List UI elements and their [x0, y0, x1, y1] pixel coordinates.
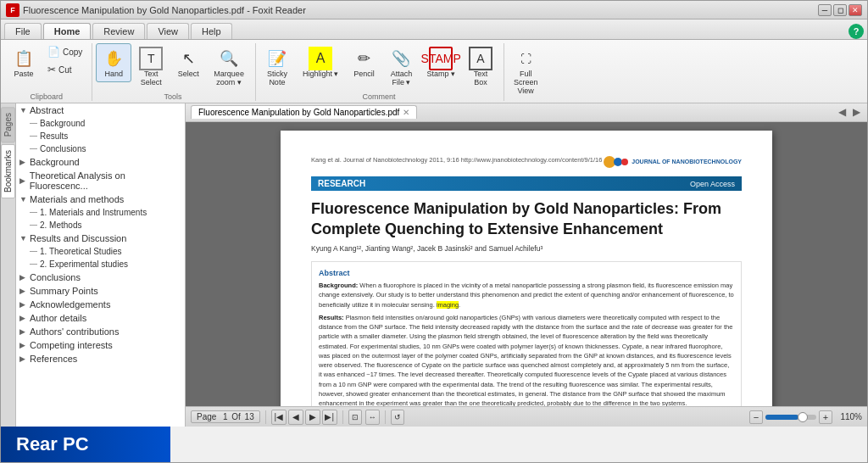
expand-icon-ts: — — [30, 247, 38, 255]
bookmark-results[interactable]: ▼Results and Discussion — [16, 232, 185, 245]
tab-view[interactable]: View — [147, 23, 189, 39]
stamp-button[interactable]: STAMP Stamp ▾ — [420, 43, 461, 82]
tab-home[interactable]: Home — [43, 23, 92, 39]
full-screen-button[interactable]: ⛶ FullScreenView — [508, 43, 544, 99]
last-page-button[interactable]: ▶| — [322, 410, 337, 425]
text-select-label: TextSelect — [141, 70, 162, 87]
logo-circles — [604, 156, 628, 168]
bookmark-acknowledgements[interactable]: ▶Acknowledgements — [16, 298, 185, 311]
close-button[interactable]: ✕ — [849, 4, 862, 16]
zoom-thumb[interactable] — [798, 412, 808, 422]
side-tab-pages[interactable]: Pages — [1, 107, 15, 142]
tools-label: Tools — [96, 92, 250, 101]
bookmark-theoretical[interactable]: ▶Theoretical Analysis on Fluorescenc... — [16, 169, 185, 192]
zoom-level-display: 110% — [835, 412, 862, 421]
zoom-slider[interactable] — [765, 415, 816, 420]
cut-icon: ✂ — [47, 64, 56, 75]
title-bar-left: F Fluorescence Manipulation by Gold Nano… — [6, 3, 306, 17]
bookmark-abstract[interactable]: ▼Abstract — [16, 103, 185, 117]
bookmark-summary[interactable]: ▶Summary Points — [16, 284, 185, 298]
page-display: Page 1 Of 13 — [191, 410, 260, 423]
side-tab-bookmarks[interactable]: Bookmarks — [1, 144, 15, 198]
bookmark-conclusions-sub[interactable]: —Conclusions — [16, 142, 185, 155]
research-banner: RESEARCH Open Access — [311, 176, 742, 191]
text-select-button[interactable]: T TextSelect — [133, 43, 169, 91]
bookmark-methods[interactable]: —2. Methods — [16, 219, 185, 232]
banner-left: RESEARCH — [318, 179, 365, 188]
marquee-zoom-icon: 🔍 — [217, 47, 241, 70]
paste-icon: 📋 — [12, 47, 36, 70]
fit-page-button[interactable]: ⊡ — [348, 410, 362, 425]
bookmark-materials-inst[interactable]: —1. Materials and Instruments — [16, 206, 185, 219]
bookmark-competing[interactable]: ▶Competing interests — [16, 338, 185, 352]
help-button[interactable]: ? — [849, 24, 864, 39]
highlight-button[interactable]: A Highlight ▾ — [297, 43, 345, 82]
attach-file-button[interactable]: 📎 AttachFile ▾ — [383, 43, 419, 91]
pdf-nav-next[interactable]: ▶ — [851, 106, 862, 118]
select-label: Select — [178, 70, 199, 79]
prev-page-button[interactable]: ◀ — [288, 410, 303, 425]
bookmark-authors-contrib[interactable]: ▶Authors' contributions — [16, 325, 185, 338]
bookmark-results-sub[interactable]: —Results — [16, 130, 185, 142]
text-box-button[interactable]: A TextBox — [463, 43, 498, 91]
hand-icon: ✋ — [102, 47, 125, 70]
sticky-note-label: StickyNote — [267, 70, 287, 87]
pdf-viewer: Fluorescence Manipulation by Gold Nanopa… — [186, 103, 867, 427]
bookmark-theoretical-studies[interactable]: —1. Theoretical Studies — [16, 245, 185, 258]
pdf-tab-label: Fluorescence Manipulation by Gold Nanopa… — [198, 108, 399, 117]
ribbon-group-clipboard: 📋 Paste 📄 Copy ✂ Cut Clipboa — [6, 43, 92, 101]
marquee-zoom-button[interactable]: 🔍 Marqueezoom ▾ — [208, 43, 250, 91]
next-page-button[interactable]: ▶ — [305, 410, 320, 425]
abstract-box: Abstract Background: When a fluorophore … — [311, 261, 742, 406]
fit-width-button[interactable]: ↔ — [365, 410, 380, 425]
bookmark-conclusions[interactable]: ▶Conclusions — [16, 271, 185, 284]
bookmark-background[interactable]: ▶Background — [16, 155, 185, 169]
bookmark-experimental[interactable]: —2. Experimental studies — [16, 258, 185, 271]
bookmark-author-details[interactable]: ▶Author details — [16, 311, 185, 325]
full-screen-label: FullScreenView — [514, 70, 538, 96]
pencil-button[interactable]: ✏ Pencil — [346, 43, 381, 82]
bookmark-references[interactable]: ▶References — [16, 352, 185, 365]
tab-help[interactable]: Help — [191, 23, 232, 39]
banner-right: Open Access — [690, 180, 735, 188]
ribbon-group-tools: ✋ Hand T TextSelect ↖ Select 🔍 Marqueezo… — [96, 43, 256, 101]
expand-icon-s: ▶ — [19, 287, 28, 295]
tab-file[interactable]: File — [4, 23, 42, 39]
cut-button[interactable]: ✂ Cut — [43, 61, 86, 78]
zoom-in-button[interactable]: + — [819, 410, 832, 424]
pdf-nav-prev[interactable]: ◀ — [837, 106, 848, 118]
abstract-background: Background: When a fluorophore is placed… — [319, 281, 734, 310]
zoom-slider-fill — [765, 415, 798, 420]
minimize-button[interactable]: ─ — [818, 4, 832, 16]
ribbon: 📋 Paste 📄 Copy ✂ Cut Clipboa — [1, 40, 867, 103]
pdf-content[interactable]: Rear PC Kang et al. Journal of Nanobiote… — [186, 122, 867, 406]
page-current: 1 — [223, 412, 228, 421]
ribbon-group-fullscreen: ⛶ FullScreenView — [508, 43, 549, 101]
results-label: Results: — [319, 314, 344, 321]
sticky-note-button[interactable]: 📝 StickyNote — [259, 43, 295, 91]
bookmark-materials[interactable]: ▼Materials and methods — [16, 192, 185, 206]
select-button[interactable]: ↖ Select — [170, 43, 206, 82]
expand-icon-con: — — [30, 144, 38, 153]
copy-button[interactable]: 📄 Copy — [43, 43, 86, 60]
expand-icon-c: ▶ — [19, 273, 28, 282]
pdf-tab[interactable]: Fluorescence Manipulation by Gold Nanopa… — [191, 105, 417, 119]
attach-file-label: AttachFile ▾ — [391, 70, 413, 87]
expand-icon-b: ▶ — [19, 158, 28, 166]
zoom-out-button[interactable]: − — [749, 410, 763, 424]
pdf-authors: Kyung A Kang¹², Jianting Wang², Jacek B … — [311, 244, 742, 253]
hand-label: Hand — [105, 70, 124, 79]
rotate-button[interactable]: ↺ — [391, 410, 404, 425]
pdf-toolbar: Fluorescence Manipulation by Gold Nanopa… — [186, 103, 867, 122]
first-page-button[interactable]: |◀ — [271, 410, 287, 425]
journal-logo: JOURNAL OF NANOBIOTECHNOLOGY — [604, 156, 742, 168]
background-label: Background: — [319, 282, 358, 289]
tab-review[interactable]: Review — [92, 23, 145, 39]
bookmark-background-sub[interactable]: —Background — [16, 117, 185, 130]
pdf-tab-close[interactable]: ✕ — [403, 108, 409, 117]
hand-button[interactable]: ✋ Hand — [96, 43, 131, 82]
page-label: Page — [197, 412, 221, 421]
restore-button[interactable]: ◻ — [833, 4, 847, 16]
text-box-icon: A — [469, 47, 492, 70]
paste-button[interactable]: 📋 Paste — [6, 43, 42, 82]
